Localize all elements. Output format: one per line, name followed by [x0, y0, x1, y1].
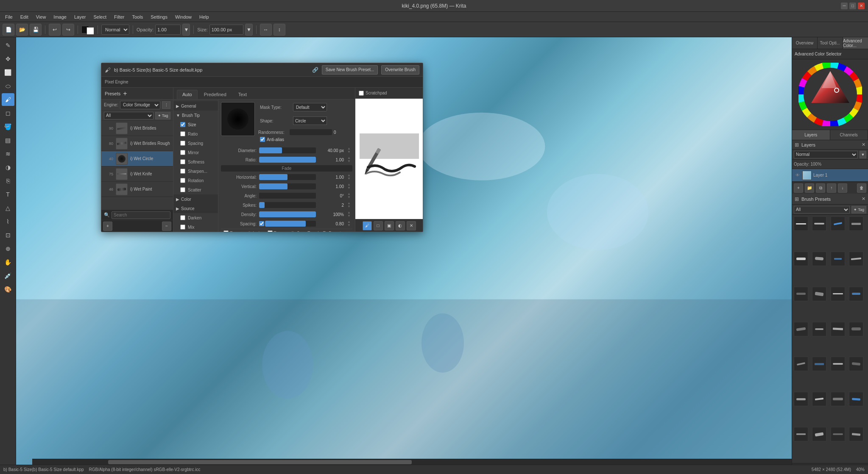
open-btn[interactable]: 📂	[16, 24, 28, 36]
tool-colorize[interactable]: 🎨	[2, 283, 14, 296]
engine-menu-btn[interactable]: ⋮	[162, 101, 170, 109]
layers-close-icon[interactable]: ✕	[862, 142, 865, 147]
tool-select-rect[interactable]: ⬜	[2, 66, 14, 79]
menu-select[interactable]: Select	[90, 14, 110, 20]
brush-tip-section-header[interactable]: ▼ Brush Tip	[173, 111, 218, 120]
bp-item-18[interactable]	[812, 357, 826, 371]
close-button[interactable]: ✕	[858, 3, 865, 9]
opacity-down-btn[interactable]: ▼	[182, 24, 190, 36]
option-size[interactable]: Size	[173, 120, 218, 129]
delete-brush-btn[interactable]: −	[162, 222, 171, 231]
tool-fill[interactable]: 🪣	[2, 120, 14, 133]
add-brush-btn[interactable]: +	[103, 222, 112, 231]
option-softness[interactable]: Softness	[173, 157, 218, 166]
temp-save-checkbox[interactable]	[268, 230, 273, 232]
move-up-btn[interactable]: ↑	[827, 183, 836, 193]
mask-type-combo[interactable]: Default	[293, 103, 327, 111]
preset-item-wet-circle[interactable]: 40 i) Wet Circle	[101, 151, 173, 166]
tool-vector[interactable]: △	[2, 202, 14, 214]
undo-btn[interactable]: ↩	[49, 24, 61, 36]
redo-btn[interactable]: ↪	[62, 24, 74, 36]
bp-item-7[interactable]	[831, 252, 845, 266]
color-section-header[interactable]: ▶ Color	[173, 194, 218, 204]
tab-overview[interactable]: Overview	[792, 37, 818, 49]
bp-item-4[interactable]	[849, 216, 863, 231]
filter-combo[interactable]: All	[104, 112, 154, 119]
tool-crop[interactable]: ⊡	[2, 229, 14, 241]
tag-btn[interactable]: ✦ Tag	[155, 112, 170, 119]
preset-item-wet-bristles-rough[interactable]: 80 i) Wet Bristles Rough	[101, 136, 173, 151]
preset-item-wet-bristles[interactable]: 90 i) Wet Bristles	[101, 121, 173, 136]
bp-item-16[interactable]	[849, 322, 863, 336]
menu-filter[interactable]: Filter	[111, 14, 128, 20]
bp-item-13[interactable]	[794, 322, 808, 336]
tab-tool-options[interactable]: Tool Opti...	[818, 37, 843, 49]
maximize-button[interactable]: □	[849, 3, 856, 9]
overwrite-brush-btn[interactable]: Overwrite Brush	[381, 65, 419, 75]
eraser-switch-size-checkbox[interactable]	[223, 230, 229, 232]
bp-item-26[interactable]	[812, 427, 826, 441]
save-btn[interactable]: 💾	[30, 24, 42, 36]
bp-tag-btn[interactable]: ✦ Tag	[851, 206, 866, 213]
spacing-auto-checkbox[interactable]	[259, 221, 264, 226]
option-rotation[interactable]: Rotation	[173, 176, 218, 185]
bp-item-21[interactable]	[794, 392, 808, 406]
rotation-checkbox[interactable]	[180, 178, 185, 183]
bp-item-19[interactable]	[831, 357, 845, 371]
bp-filter-combo[interactable]: All	[794, 206, 850, 213]
horizontal-scrollbar[interactable]	[32, 459, 792, 465]
tool-smudge[interactable]: ≋	[2, 147, 14, 160]
delete-layer-btn[interactable]: 🗑	[857, 183, 866, 193]
option-sharpness[interactable]: Sharpen...	[173, 166, 218, 176]
menu-edit[interactable]: Edit	[17, 14, 32, 20]
scratchpad-clear-btn[interactable]: ✕	[407, 221, 416, 230]
bp-item-12[interactable]	[849, 287, 863, 301]
bp-item-28[interactable]	[849, 427, 863, 441]
option-darken[interactable]: Darken	[173, 213, 218, 222]
menu-help[interactable]: Help	[196, 14, 212, 20]
scratchpad-checkbox[interactable]	[359, 91, 364, 96]
bp-item-23[interactable]	[831, 392, 845, 406]
bp-item-17[interactable]	[794, 357, 808, 371]
scratchpad-canvas[interactable]	[355, 99, 423, 219]
general-section-header[interactable]: ▶ General	[173, 101, 218, 111]
ratio-down[interactable]: ▼	[347, 160, 351, 163]
scratchpad-paint-btn[interactable]: 🖌	[363, 221, 372, 230]
engine-combo[interactable]: Color Smudge	[120, 101, 160, 109]
shape-combo[interactable]: Circle	[293, 116, 327, 125]
tab-layers[interactable]: Layers	[792, 130, 830, 140]
bp-item-22[interactable]	[812, 392, 826, 406]
bp-item-24[interactable]	[849, 392, 863, 406]
d-down[interactable]: ▼	[347, 214, 351, 218]
preset-item-wet-paint[interactable]: 46 i) Wet Paint	[101, 182, 173, 197]
bp-item-6[interactable]	[812, 252, 826, 266]
layer-row-1[interactable]: 👁 Layer 1	[792, 169, 868, 182]
tool-select-ellipse[interactable]: ⬭	[2, 80, 14, 92]
layer-mode-btn[interactable]: ▼	[860, 151, 866, 158]
tool-brush[interactable]: 🖌	[2, 93, 14, 106]
add-preset-icon[interactable]: +	[123, 90, 127, 97]
bp-item-3[interactable]	[831, 216, 845, 231]
flip-h-btn[interactable]: ↔	[260, 24, 272, 36]
minimize-button[interactable]: ─	[841, 3, 848, 9]
ratio-checkbox[interactable]	[180, 131, 185, 136]
tool-pan[interactable]: ✋	[2, 256, 14, 269]
layers-panel-icon[interactable]: ⊞	[795, 142, 799, 148]
menu-tools[interactable]: Tools	[129, 14, 147, 20]
source-section-header[interactable]: ▶ Source	[173, 204, 218, 213]
add-layer-btn[interactable]: +	[794, 183, 803, 193]
bp-item-25[interactable]	[794, 427, 808, 441]
tab-predefined[interactable]: Predefined	[198, 90, 232, 99]
eraser-switch-size-label[interactable]: Eraser switch size	[223, 230, 264, 232]
a-down[interactable]: ▼	[347, 196, 351, 199]
mix-checkbox[interactable]	[180, 225, 185, 230]
background-color[interactable]	[87, 27, 94, 35]
tab-channels[interactable]: Channels	[830, 130, 868, 140]
diameter-down[interactable]: ▼	[347, 150, 351, 154]
tab-advanced-color[interactable]: Advanced Color...	[843, 37, 868, 49]
bp-item-9[interactable]	[794, 287, 808, 301]
tab-auto[interactable]: Auto	[177, 90, 198, 99]
bp-item-15[interactable]	[831, 322, 845, 336]
blend-mode-combo[interactable]: Normal	[101, 25, 129, 35]
opacity-input[interactable]	[155, 25, 181, 35]
